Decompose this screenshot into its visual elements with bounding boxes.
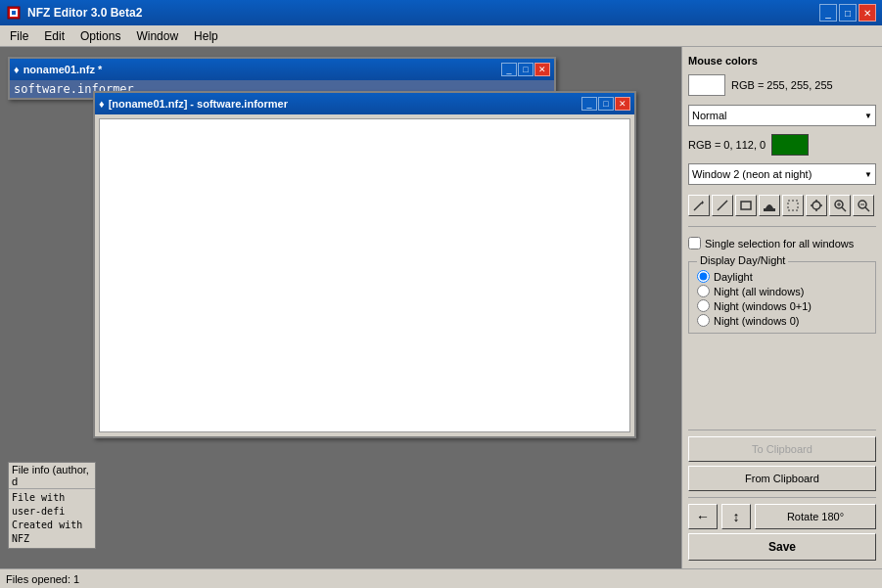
menu-options[interactable]: Options [74,27,126,45]
night-all-radio-row: Night (all windows) [697,285,867,297]
svg-line-18 [865,207,869,211]
menu-edit[interactable]: Edit [38,27,70,45]
up-arrow-button[interactable]: ↕ [721,504,751,529]
svg-line-4 [718,201,727,210]
inner-window-1-close[interactable]: ✕ [534,63,550,76]
file-info-text: File with user-defi Created with NFZ [9,489,95,548]
daylight-radio-row: Daylight [697,270,867,283]
svg-line-14 [842,207,846,211]
file-info-line1: File with user-defi [12,491,92,519]
white-color-swatch[interactable] [688,74,725,96]
single-selection-label[interactable]: Single selection for all windows [705,238,854,249]
menu-window[interactable]: Window [130,27,184,45]
line-tool-button[interactable] [712,195,733,216]
window-dropdown-arrow: ▼ [864,170,872,179]
night-0-radio-row: Night (windows 0) [697,314,867,327]
night-01-radio-row: Night (windows 0+1) [697,299,867,312]
to-clipboard-button[interactable]: To Clipboard [688,436,876,462]
select-tool-button[interactable] [782,195,804,216]
title-bar: NFZ Editor 3.0 Beta2 _ □ ✕ [0,0,882,25]
save-button[interactable]: Save [688,533,876,561]
normal-dropdown[interactable]: Normal ▼ [688,105,876,126]
night-01-label[interactable]: Night (windows 0+1) [714,300,812,312]
menu-help[interactable]: Help [188,27,224,45]
svg-point-8 [812,202,820,209]
night-all-label[interactable]: Night (all windows) [714,286,804,297]
fill-tool-button[interactable] [759,195,780,216]
svg-rect-5 [741,202,751,209]
single-selection-row: Single selection for all windows [688,237,876,249]
divider-2 [688,430,876,430]
svg-rect-7 [788,201,798,210]
from-clipboard-button[interactable]: From Clipboard [688,466,876,491]
maximize-button[interactable]: □ [839,4,857,22]
menu-bar: File Edit Options Window Help [0,25,882,47]
inner-window-2-titlebar: ♦ [noname01.nfz] - software.informer _ □… [95,93,634,114]
divider-3 [688,497,876,498]
minimize-button[interactable]: _ [819,4,837,22]
rect-tool-button[interactable] [735,195,757,216]
pick-tool-button[interactable] [806,195,827,216]
night-0-label[interactable]: Night (windows 0) [714,315,799,327]
status-bar: Files opened: 1 [0,568,882,588]
normal-dropdown-value: Normal [692,110,726,121]
app-icon [6,5,22,21]
pencil-tool-button[interactable] [688,195,710,216]
inner-window-2-close[interactable]: ✕ [615,97,630,111]
daylight-label[interactable]: Daylight [714,271,753,283]
toolbar-row [688,195,876,216]
inner-window-1-controls: _ □ ✕ [501,63,550,76]
inner-window-2-maximize[interactable]: □ [598,97,614,111]
inner-window-2-canvas[interactable] [99,118,630,432]
window-dropdown-value: Window 2 (neon at night) [692,168,812,180]
green-color-swatch[interactable] [771,134,809,156]
inner-window-2-title: [noname01.nfz] - software.informer [109,98,288,110]
rotate-button[interactable]: Rotate 180° [755,504,876,529]
right-panel: Mouse colors RGB = 255, 255, 255 Normal … [681,47,882,568]
file-info-header: File info (author, d [9,463,95,489]
arrow-row: ← ↕ Rotate 180° [688,504,876,529]
inner-window-1-icon: ♦ [14,64,20,75]
close-button[interactable]: ✕ [859,4,876,22]
inner-window-2: ♦ [noname01.nfz] - software.informer _ □… [93,91,636,438]
zoom-out-button[interactable] [853,195,874,216]
svg-line-3 [694,203,702,210]
menu-file[interactable]: File [4,27,34,45]
rgb-text-1: RGB = 255, 255, 255 [731,79,833,91]
zoom-in-button[interactable] [829,195,851,216]
mouse-colors-label: Mouse colors [688,55,876,67]
display-daynight-group: Display Day/Night Daylight Night (all wi… [688,261,876,334]
main-area: ♦ noname01.nfz * _ □ ✕ software.informer… [0,47,882,568]
title-controls: _ □ ✕ [819,4,876,22]
svg-rect-6 [764,208,775,211]
left-arrow-button[interactable]: ← [688,504,718,529]
display-daynight-label: Display Day/Night [697,254,788,266]
color-row: RGB = 0, 112, 0 [688,134,876,156]
normal-dropdown-row: Normal ▼ [688,105,876,126]
single-selection-checkbox[interactable] [688,237,701,249]
inner-window-1-titlebar: ♦ noname01.nfz * _ □ ✕ [10,59,554,80]
inner-window-2-icon: ♦ [99,98,105,110]
inner-window-1-title: noname01.nfz * [23,64,103,75]
night-0-radio[interactable] [697,314,710,327]
normal-dropdown-arrow: ▼ [864,112,872,120]
rgb-text-2: RGB = 0, 112, 0 [688,139,766,151]
window-dropdown[interactable]: Window 2 (neon at night) ▼ [688,163,876,185]
file-info-panel: File info (author, d File with user-defi… [8,462,96,549]
status-text: Files opened: 1 [6,573,79,585]
window-dropdown-row: Window 2 (neon at night) ▼ [688,163,876,185]
inner-window-1-minimize[interactable]: _ [501,63,517,76]
night-all-radio[interactable] [697,285,710,297]
inner-window-1-maximize[interactable]: □ [518,63,534,76]
workspace: ♦ noname01.nfz * _ □ ✕ software.informer… [0,47,681,568]
night-01-radio[interactable] [697,299,710,312]
inner-window-2-minimize[interactable]: _ [581,97,597,111]
divider-1 [688,226,876,227]
mouse-colors-row: RGB = 255, 255, 255 [688,74,876,96]
bottom-section: To Clipboard From Clipboard ← ↕ Rotate 1… [688,428,876,561]
file-info-line2: Created with NFZ [12,519,92,546]
inner-window-2-controls: _ □ ✕ [581,97,630,111]
svg-rect-2 [12,11,16,15]
app-title: NFZ Editor 3.0 Beta2 [27,6,142,20]
daylight-radio[interactable] [697,270,710,283]
